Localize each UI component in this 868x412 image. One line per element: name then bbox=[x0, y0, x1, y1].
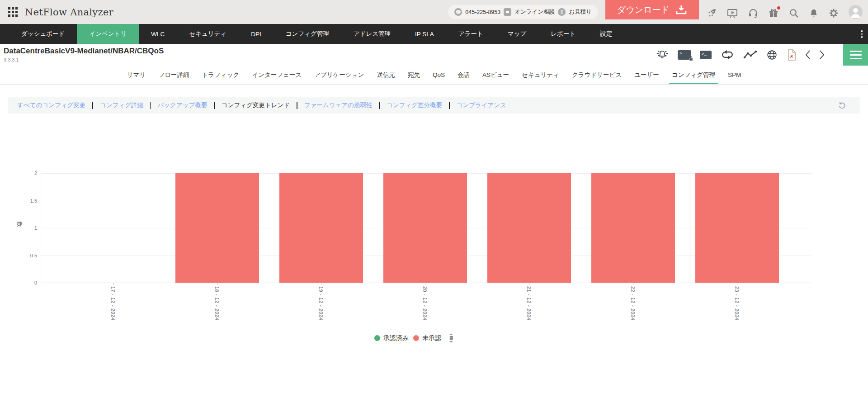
alarm-bell-icon[interactable] bbox=[656, 49, 669, 61]
tab-as-view[interactable]: ASビュー bbox=[476, 66, 515, 84]
tab-traffic[interactable]: トラフィック bbox=[195, 66, 245, 84]
y-tick-label: 0.5 bbox=[19, 252, 37, 259]
x-tick-label: 21 - 12 - 2024 bbox=[526, 286, 532, 321]
pdf-icon[interactable] bbox=[786, 49, 797, 61]
legend-item-approved[interactable]: 承認済み bbox=[374, 334, 409, 342]
app-title: NetFlow Analyzer bbox=[25, 7, 113, 18]
settings-gear-icon[interactable] bbox=[828, 8, 839, 19]
bar-未承認[interactable] bbox=[487, 173, 571, 283]
nav-item-ipsla[interactable]: IP SLA bbox=[403, 24, 446, 44]
tab-conversation[interactable]: 会話 bbox=[451, 66, 476, 84]
bar-未承認[interactable] bbox=[279, 173, 363, 283]
nav-item-inventory[interactable]: インベントリ bbox=[77, 24, 139, 44]
subnav-firmware-vulnerability[interactable]: ファームウェアの脆弱性 bbox=[304, 101, 373, 109]
legend-dot-unapproved bbox=[413, 335, 419, 341]
x-tick-label: 19 - 12 - 2024 bbox=[318, 286, 324, 321]
bar-未承認[interactable] bbox=[695, 173, 779, 283]
sync-loop-icon[interactable] bbox=[720, 49, 735, 60]
bar-未承認[interactable] bbox=[175, 173, 259, 283]
y-tick-label: 2 bbox=[19, 170, 37, 176]
x-tick bbox=[737, 283, 737, 285]
rocket-icon[interactable] bbox=[706, 8, 717, 19]
report-tabs: サマリ フロー詳細 トラフィック インターフェース アプリケーション 送信元 宛… bbox=[0, 66, 868, 85]
gift-icon[interactable] bbox=[768, 8, 779, 19]
x-tick bbox=[633, 283, 633, 285]
chevron-right-icon[interactable] bbox=[819, 50, 825, 60]
tab-application[interactable]: アプリケーション bbox=[308, 66, 370, 84]
nav-item-security[interactable]: セキュリティ bbox=[177, 24, 239, 44]
search-icon[interactable] bbox=[788, 8, 799, 19]
phone-number[interactable]: 045-225-8953 bbox=[465, 9, 500, 15]
globe-icon[interactable] bbox=[766, 49, 778, 61]
nav-item-config-mgmt[interactable]: コンフィグ管理 bbox=[274, 24, 341, 44]
bar-未承認[interactable] bbox=[591, 173, 675, 283]
nav-item-dpi[interactable]: DPI bbox=[239, 24, 274, 44]
contact-pill: ☎ 045-225-8953 オンライン相談 $ お見積り bbox=[448, 5, 598, 19]
demo-presentation-icon[interactable] bbox=[726, 8, 738, 19]
hamburger-menu-icon[interactable] bbox=[843, 44, 868, 66]
nav-item-maps[interactable]: マップ bbox=[495, 24, 538, 44]
subnav-all-config-changes[interactable]: すべてのコンフィグ変更 bbox=[17, 101, 85, 109]
tab-cloud-services[interactable]: クラウドサービス bbox=[566, 66, 628, 84]
tab-qos[interactable]: QoS bbox=[426, 66, 451, 84]
device-name: DataCentreBasicV9-Medianet/NBAR/CBQoS bbox=[4, 47, 164, 56]
legend-item-unapproved[interactable]: 未承認 bbox=[413, 334, 441, 342]
y-tick-label: 1.5 bbox=[19, 198, 37, 204]
x-tick-label: 23 - 12 - 2024 bbox=[734, 286, 740, 321]
device-address: 3.3.3.1 bbox=[4, 57, 164, 62]
legend-scroll-down-icon[interactable] bbox=[449, 341, 453, 343]
terminal-icon[interactable]: >_ bbox=[700, 51, 712, 59]
subnav-config-diff-summary[interactable]: コンフィグ差分概要 bbox=[387, 101, 442, 109]
y-tick-label: 0 bbox=[19, 279, 37, 286]
notifications-bell-icon[interactable] bbox=[809, 8, 819, 19]
top-header: NetFlow Analyzer ☎ 045-225-8953 オンライン相談 … bbox=[0, 0, 868, 24]
device-info: DataCentreBasicV9-Medianet/NBAR/CBQoS 3.… bbox=[4, 47, 164, 62]
nav-item-address-mgmt[interactable]: アドレス管理 bbox=[341, 24, 403, 44]
nav-item-settings[interactable]: 設定 bbox=[588, 24, 624, 44]
tab-interface[interactable]: インターフェース bbox=[245, 66, 308, 84]
tab-config-mgmt[interactable]: コンフィグ管理 bbox=[665, 66, 722, 84]
tab-source[interactable]: 送信元 bbox=[370, 66, 401, 84]
x-tick-label: 20 - 12 - 2024 bbox=[422, 286, 428, 321]
nav-item-reports[interactable]: レポート bbox=[538, 24, 588, 44]
tab-spm[interactable]: SPM bbox=[722, 66, 747, 84]
x-tick-label: 22 - 12 - 2024 bbox=[630, 286, 636, 321]
bar-未承認[interactable] bbox=[383, 173, 467, 283]
download-button[interactable]: ダウンロード bbox=[605, 0, 699, 19]
phone-icon: ☎ bbox=[454, 8, 462, 16]
download-icon bbox=[675, 5, 687, 15]
secure-terminal-icon[interactable]: >_ bbox=[678, 50, 691, 60]
tab-flow-detail[interactable]: フロー詳細 bbox=[152, 66, 195, 84]
nav-item-wlc[interactable]: WLC bbox=[139, 24, 177, 44]
support-headset-icon[interactable] bbox=[748, 8, 759, 19]
online-chat-link[interactable]: オンライン相談 bbox=[514, 8, 555, 16]
trend-line-icon[interactable] bbox=[743, 50, 758, 60]
config-subnav: すべてのコンフィグ変更 コンフィグ詳細 バックアップ概要 コンフィグ変更トレンド… bbox=[8, 97, 860, 114]
tab-users[interactable]: ユーザー bbox=[628, 66, 665, 84]
chevron-left-icon[interactable] bbox=[805, 50, 811, 60]
quote-link[interactable]: お見積り bbox=[569, 8, 592, 16]
download-button-label: ダウンロード bbox=[617, 4, 670, 16]
subnav-compliance[interactable]: コンプライアンス bbox=[457, 101, 507, 109]
x-tick bbox=[217, 283, 217, 285]
tab-summary[interactable]: サマリ bbox=[121, 66, 152, 84]
nav-overflow-icon[interactable] bbox=[861, 30, 863, 38]
legend-scroll-thumb[interactable] bbox=[450, 336, 453, 340]
subnav-backup-summary[interactable]: バックアップ概要 bbox=[157, 101, 207, 109]
legend-scroll-up-icon[interactable] bbox=[449, 333, 453, 335]
legend-scroll[interactable] bbox=[449, 333, 453, 343]
nav-item-alerts[interactable]: アラート bbox=[446, 24, 495, 44]
main-nav: ダッシュボード インベントリ WLC セキュリティ DPI コンフィグ管理 アド… bbox=[0, 24, 868, 44]
tab-security[interactable]: セキュリティ bbox=[515, 66, 566, 84]
x-tick-label: 17 - 12 - 2024 bbox=[110, 286, 116, 321]
subnav-config-change-trend[interactable]: コンフィグ変更トレンド bbox=[222, 101, 290, 109]
nav-item-dashboard[interactable]: ダッシュボード bbox=[9, 24, 77, 44]
tab-destination[interactable]: 宛先 bbox=[401, 66, 426, 84]
apps-grid-icon[interactable] bbox=[8, 7, 18, 17]
y-axis-label: 数 bbox=[15, 222, 23, 227]
refresh-icon[interactable] bbox=[838, 101, 846, 110]
x-tick bbox=[321, 283, 321, 285]
user-avatar[interactable] bbox=[849, 5, 863, 19]
subnav-config-detail[interactable]: コンフィグ詳細 bbox=[100, 101, 143, 109]
y-tick-label: 1 bbox=[19, 225, 37, 231]
